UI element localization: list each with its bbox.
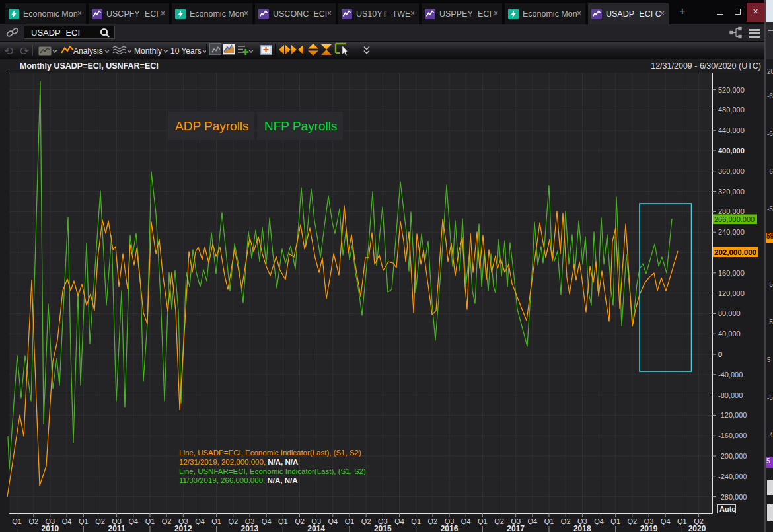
svg-text:Q1: Q1 <box>211 517 221 525</box>
svg-text:40,000: 40,000 <box>718 330 741 338</box>
svg-text:Q1: Q1 <box>544 517 554 525</box>
svg-text:Q1: Q1 <box>145 517 155 525</box>
svg-text:11/30/2019, 266,000.000, N/A,: 11/30/2019, 266,000.000, N/A, N/A <box>179 476 297 484</box>
svg-text:Q2: Q2 <box>28 517 38 525</box>
svg-text:Q4: Q4 <box>661 517 671 525</box>
svg-text:160,000: 160,000 <box>718 269 745 277</box>
svg-text:240,000: 240,000 <box>718 228 745 236</box>
svg-text:12/31/2019, 202,000.000, N/A,: 12/31/2019, 202,000.000, N/A, N/A <box>179 458 298 466</box>
svg-text:80,000: 80,000 <box>718 309 741 317</box>
svg-text:440,000: 440,000 <box>718 126 745 134</box>
svg-text:Q4: Q4 <box>328 517 338 525</box>
svg-text:-120,000: -120,000 <box>718 411 747 419</box>
svg-text:-200,000: -200,000 <box>718 452 747 460</box>
svg-text:Q1: Q1 <box>79 517 89 525</box>
svg-text:Auto: Auto <box>719 505 736 513</box>
svg-text:Q4: Q4 <box>528 517 538 525</box>
svg-text:Q4: Q4 <box>394 517 404 525</box>
svg-text:0: 0 <box>718 350 722 358</box>
svg-text:2019: 2019 <box>640 524 658 532</box>
svg-text:2010: 2010 <box>42 524 59 532</box>
svg-text:2014: 2014 <box>307 524 325 532</box>
svg-text:-160,000: -160,000 <box>718 432 747 439</box>
svg-text:Q1: Q1 <box>12 517 22 525</box>
svg-text:Q4: Q4 <box>195 517 205 525</box>
svg-text:Line, USNFAR=ECI, Economic Ind: Line, USNFAR=ECI, Economic Indicator(Las… <box>179 467 366 475</box>
svg-text:-40,000: -40,000 <box>718 371 743 379</box>
svg-text:Q2: Q2 <box>361 517 371 525</box>
svg-text:266,000.000: 266,000.000 <box>714 215 755 223</box>
svg-text:Q1: Q1 <box>677 517 687 525</box>
svg-text:400,000: 400,000 <box>718 147 745 155</box>
svg-text:520,000: 520,000 <box>718 86 745 94</box>
svg-text:120,000: 120,000 <box>718 289 745 297</box>
svg-text:Q2: Q2 <box>494 517 504 525</box>
svg-text:-80,000: -80,000 <box>718 391 743 399</box>
svg-text:202,000.000: 202,000.000 <box>714 248 756 256</box>
svg-text:Q2: Q2 <box>162 517 172 525</box>
svg-text:ADP Payrolls: ADP Payrolls <box>175 119 249 133</box>
svg-text:Q4: Q4 <box>262 517 272 525</box>
svg-text:Q2: Q2 <box>228 517 238 525</box>
svg-text:Q1: Q1 <box>345 517 355 525</box>
svg-text:Q2: Q2 <box>628 517 638 525</box>
svg-text:320,000: 320,000 <box>718 188 745 196</box>
svg-text:2013: 2013 <box>241 524 259 532</box>
svg-text:Q4: Q4 <box>128 517 138 525</box>
svg-text:Q2: Q2 <box>428 517 438 525</box>
svg-text:Q1: Q1 <box>610 517 620 525</box>
svg-text:Q2: Q2 <box>295 517 305 525</box>
svg-text:Q2: Q2 <box>561 517 571 525</box>
svg-text:Q1: Q1 <box>411 517 421 525</box>
svg-text:2015: 2015 <box>374 524 392 532</box>
svg-text:NFP Payrolls: NFP Payrolls <box>264 119 338 133</box>
svg-text:Q1: Q1 <box>478 517 488 525</box>
svg-text:12/31/2009 - 6/30/2020 (UTC): 12/31/2009 - 6/30/2020 (UTC) <box>651 61 761 71</box>
svg-text:2016: 2016 <box>441 524 459 532</box>
svg-text:2012: 2012 <box>174 524 192 532</box>
svg-text:480,000: 480,000 <box>718 106 745 114</box>
svg-text:Q4: Q4 <box>461 517 471 525</box>
svg-text:360,000: 360,000 <box>718 167 745 175</box>
svg-text:Q1: Q1 <box>278 517 288 525</box>
svg-text:-240,000: -240,000 <box>718 473 747 480</box>
svg-text:Monthly USADP=ECI, USNFAR=ECI: Monthly USADP=ECI, USNFAR=ECI <box>20 61 159 71</box>
svg-text:2011: 2011 <box>108 524 126 532</box>
svg-text:Line, USADP=ECI, Economic Indi: Line, USADP=ECI, Economic Indicator(Last… <box>179 449 361 457</box>
svg-text:2018: 2018 <box>573 524 591 532</box>
svg-text:2017: 2017 <box>507 524 525 532</box>
svg-text:Q4: Q4 <box>62 517 72 525</box>
svg-text:2020: 2020 <box>688 524 706 532</box>
svg-text:Q2: Q2 <box>95 517 105 525</box>
svg-text:-280,000: -280,000 <box>718 493 747 501</box>
svg-text:Q4: Q4 <box>594 517 604 525</box>
